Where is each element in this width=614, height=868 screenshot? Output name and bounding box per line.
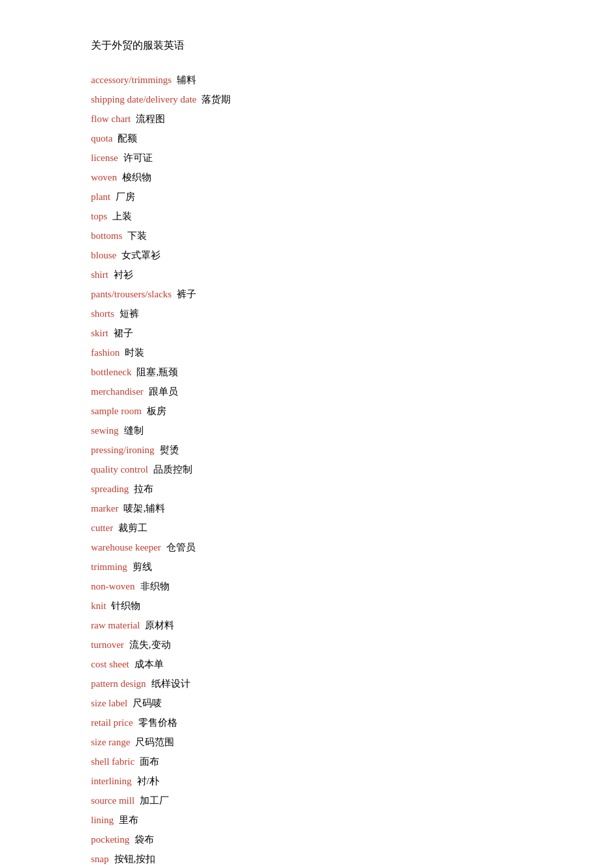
chinese-translation: 针织物 xyxy=(111,598,140,614)
vocab-list: accessory/trimmings辅料shipping date/deliv… xyxy=(91,72,523,867)
chinese-translation: 原材料 xyxy=(145,617,174,633)
list-item: shipping date/delivery date落货期 xyxy=(91,92,523,107)
english-term: blouse xyxy=(91,247,116,263)
list-item: sewing缝制 xyxy=(91,423,523,438)
chinese-translation: 里布 xyxy=(119,812,138,828)
chinese-translation: 板房 xyxy=(147,403,166,419)
english-term: size range xyxy=(91,734,130,750)
list-item: non-woven非织物 xyxy=(91,578,523,594)
chinese-translation: 上装 xyxy=(112,208,132,224)
list-item: merchandiser跟单员 xyxy=(91,384,523,399)
list-item: tops上装 xyxy=(91,208,523,224)
list-item: skirt裙子 xyxy=(91,325,523,341)
chinese-translation: 非织物 xyxy=(140,578,170,594)
chinese-translation: 纸样设计 xyxy=(151,676,190,691)
chinese-translation: 流失,变动 xyxy=(129,637,171,652)
english-term: knit xyxy=(91,598,106,614)
list-item: woven梭织物 xyxy=(91,169,523,185)
english-term: raw material xyxy=(91,617,140,633)
chinese-translation: 短裤 xyxy=(120,306,139,321)
list-item: bottoms下装 xyxy=(91,228,523,243)
list-item: warehouse keeper仓管员 xyxy=(91,539,523,555)
english-term: tops xyxy=(91,208,107,224)
english-term: sample room xyxy=(91,403,142,419)
list-item: blouse女式罩衫 xyxy=(91,247,523,263)
list-item: spreading拉布 xyxy=(91,481,523,497)
chinese-translation: 唛架,辅料 xyxy=(123,501,165,516)
english-term: snap xyxy=(91,851,109,867)
list-item: turnover流失,变动 xyxy=(91,637,523,652)
list-item: fashion时装 xyxy=(91,345,523,360)
chinese-translation: 跟单员 xyxy=(149,384,178,399)
page-title: 关于外贸的服装英语 xyxy=(91,39,523,53)
chinese-translation: 衬衫 xyxy=(114,267,133,282)
list-item: size label尺码唛 xyxy=(91,695,523,711)
english-term: source mill xyxy=(91,793,134,808)
english-term: quota xyxy=(91,130,112,146)
chinese-translation: 面布 xyxy=(140,754,159,769)
list-item: knit针织物 xyxy=(91,598,523,614)
english-term: quality control xyxy=(91,462,148,477)
list-item: retail price零售价格 xyxy=(91,715,523,730)
chinese-translation: 品质控制 xyxy=(153,462,192,477)
chinese-translation: 配额 xyxy=(118,130,137,146)
english-term: accessory/trimmings xyxy=(91,72,172,88)
chinese-translation: 仓管员 xyxy=(166,539,196,555)
list-item: cost sheet成本单 xyxy=(91,656,523,672)
chinese-translation: 尺码唛 xyxy=(133,695,162,711)
chinese-translation: 梭织物 xyxy=(122,169,151,185)
chinese-translation: 成本单 xyxy=(134,656,164,672)
list-item: shorts短裤 xyxy=(91,306,523,321)
list-item: cutter裁剪工 xyxy=(91,520,523,536)
english-term: fashion xyxy=(91,345,120,360)
english-term: lining xyxy=(91,812,114,828)
list-item: accessory/trimmings辅料 xyxy=(91,72,523,88)
english-term: cost sheet xyxy=(91,656,129,672)
chinese-translation: 裙子 xyxy=(114,325,133,341)
english-term: license xyxy=(91,150,118,166)
english-term: shirt xyxy=(91,267,109,282)
list-item: source mill加工厂 xyxy=(91,793,523,808)
english-term: plant xyxy=(91,189,110,205)
list-item: flow chart流程图 xyxy=(91,111,523,127)
chinese-translation: 流程图 xyxy=(136,111,165,127)
list-item: size range尺码范围 xyxy=(91,734,523,750)
english-term: non-woven xyxy=(91,578,135,594)
english-term: woven xyxy=(91,169,117,185)
chinese-translation: 零售价格 xyxy=(138,715,177,730)
list-item: pocketing袋布 xyxy=(91,832,523,847)
list-item: interlining衬/朴 xyxy=(91,773,523,789)
list-item: license许可证 xyxy=(91,150,523,166)
list-item: bottleneck阻塞,瓶颈 xyxy=(91,364,523,380)
english-term: spreading xyxy=(91,481,129,497)
list-item: raw material原材料 xyxy=(91,617,523,633)
english-term: pattern design xyxy=(91,676,146,691)
list-item: marker唛架,辅料 xyxy=(91,501,523,516)
list-item: pattern design纸样设计 xyxy=(91,676,523,691)
english-term: interlining xyxy=(91,773,132,789)
english-term: skirt xyxy=(91,325,109,341)
list-item: plant厂房 xyxy=(91,189,523,205)
list-item: sample room板房 xyxy=(91,403,523,419)
english-term: size label xyxy=(91,695,127,711)
english-term: shipping date/delivery date xyxy=(91,92,196,107)
english-term: cutter xyxy=(91,520,113,536)
chinese-translation: 女式罩衫 xyxy=(122,247,160,263)
chinese-translation: 缝制 xyxy=(124,423,144,438)
chinese-translation: 裁剪工 xyxy=(118,520,147,536)
list-item: shell fabric面布 xyxy=(91,754,523,769)
chinese-translation: 时装 xyxy=(125,345,144,360)
chinese-translation: 加工厂 xyxy=(140,793,169,808)
chinese-translation: 落货期 xyxy=(201,92,231,107)
english-term: marker xyxy=(91,501,118,516)
list-item: snap按钮,按扣 xyxy=(91,851,523,867)
english-term: sewing xyxy=(91,423,119,438)
chinese-translation: 许可证 xyxy=(123,150,153,166)
english-term: bottoms xyxy=(91,228,122,243)
english-term: bottleneck xyxy=(91,364,131,380)
chinese-translation: 下装 xyxy=(127,228,147,243)
chinese-translation: 裤子 xyxy=(177,286,196,302)
chinese-translation: 尺码范围 xyxy=(135,734,174,750)
chinese-translation: 阻塞,瓶颈 xyxy=(136,364,178,380)
chinese-translation: 拉布 xyxy=(134,481,153,497)
